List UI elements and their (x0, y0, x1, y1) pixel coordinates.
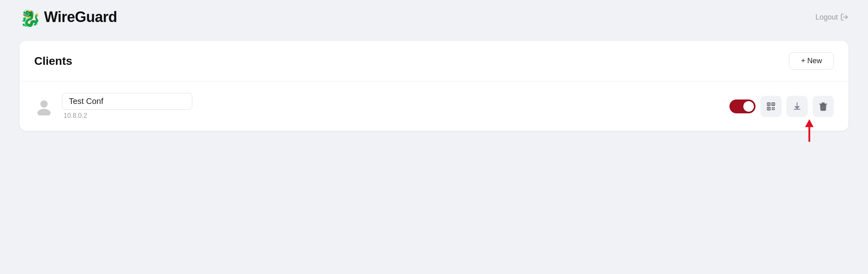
client-info: 10.8.0.2 (62, 93, 721, 119)
svg-rect-12 (772, 109, 773, 110)
logout-button[interactable]: Logout (815, 13, 848, 22)
svg-rect-7 (773, 104, 774, 105)
client-name-input[interactable] (62, 93, 192, 110)
logout-label: Logout (815, 13, 838, 22)
client-actions (729, 96, 834, 117)
card-title: Clients (34, 55, 72, 68)
svg-rect-10 (772, 107, 773, 108)
download-button[interactable] (786, 96, 808, 117)
toggle-thumb (743, 101, 754, 112)
client-row: 10.8.0.2 (20, 82, 848, 131)
svg-point-3 (37, 109, 51, 115)
qr-code-icon (766, 102, 776, 111)
trash-icon (818, 102, 828, 111)
wireguard-logo-icon: 🐉 (20, 7, 39, 27)
logout-icon (840, 13, 848, 21)
card-header: Clients + New (20, 41, 848, 82)
svg-rect-13 (773, 109, 775, 110)
svg-rect-11 (773, 107, 775, 108)
app-name: WireGuard (44, 9, 117, 26)
svg-rect-9 (768, 108, 769, 109)
new-client-button[interactable]: + New (789, 52, 834, 70)
svg-point-2 (40, 100, 48, 108)
logo-area: 🐉 WireGuard (20, 7, 117, 27)
svg-marker-15 (805, 119, 814, 127)
svg-text:🐉: 🐉 (20, 9, 39, 27)
app-header: 🐉 WireGuard Logout (0, 0, 868, 34)
main-content: Clients + New 10.8.0.2 (0, 34, 868, 274)
client-avatar (34, 97, 54, 116)
qr-code-button[interactable] (760, 96, 782, 117)
client-enable-toggle[interactable] (729, 99, 756, 113)
clients-card: Clients + New 10.8.0.2 (20, 41, 848, 131)
svg-rect-5 (768, 104, 769, 105)
delete-button[interactable] (813, 96, 834, 117)
new-button-label: + New (801, 57, 822, 65)
client-ip: 10.8.0.2 (62, 112, 721, 119)
download-icon (792, 102, 802, 111)
